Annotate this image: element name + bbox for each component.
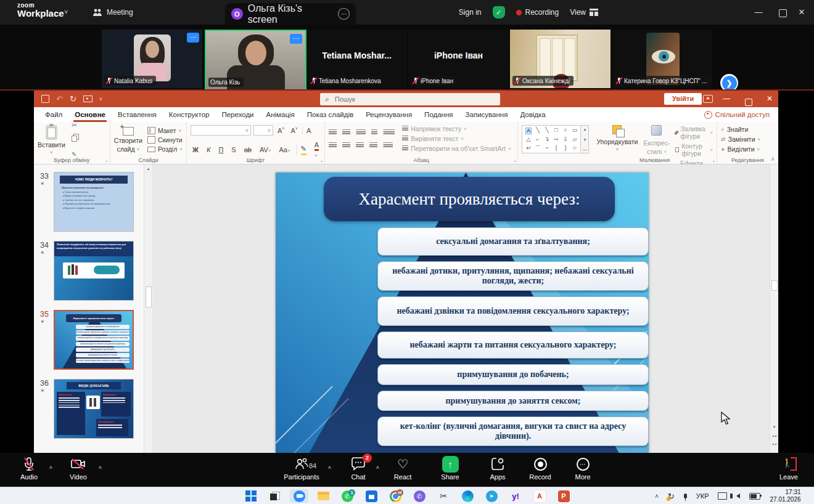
- slide-scrollbar[interactable]: ▾ ▲▲ ▼▼: [770, 165, 778, 453]
- select-button[interactable]: ➤Виділити˅: [721, 145, 775, 153]
- shape-option[interactable]: ⇩: [563, 137, 568, 142]
- ribbon-tab[interactable]: Записування: [459, 107, 514, 122]
- slide-item-bar[interactable]: примушування до заняття сексом;: [377, 391, 649, 411]
- undo-icon[interactable]: ↶: [56, 94, 63, 104]
- tab-options-icon[interactable]: ⋯: [338, 8, 350, 20]
- text-direction-button[interactable]: Напрямок тексту˅: [402, 125, 511, 132]
- thumbnail-preview[interactable]: Харасмент проявляється через: сексуальні…: [54, 310, 134, 370]
- align-right-icon[interactable]: [356, 142, 364, 148]
- shape-option[interactable]: ↩: [526, 145, 531, 151]
- strikethrough-button[interactable]: ab: [242, 146, 253, 153]
- align-left-icon[interactable]: [329, 142, 337, 148]
- language-indicator[interactable]: УКР: [696, 492, 709, 500]
- slide-item-bar[interactable]: небажані дзвінки та повідомлення сексуал…: [377, 296, 649, 326]
- redo-icon[interactable]: ↻: [70, 94, 76, 104]
- thumbnail-preview[interactable]: ВИДИ ДОМАГАНЬ Фізичні дії Вербальні Неве…: [54, 379, 134, 439]
- participant-tile[interactable]: Катерина Говор КЗ"ЦНСП" ...: [612, 30, 712, 88]
- bold-button[interactable]: Ж: [191, 146, 200, 153]
- shape-option[interactable]: ▭: [572, 128, 578, 134]
- audio-options-chevron[interactable]: ˄: [49, 465, 52, 471]
- sync-update-icon[interactable]: ↻: [668, 492, 675, 501]
- section-button[interactable]: Розділ˅: [147, 145, 183, 153]
- react-button[interactable]: ♡ React: [378, 456, 427, 481]
- taskbar-telegram[interactable]: ➤: [482, 489, 501, 503]
- view-button[interactable]: View: [570, 8, 598, 17]
- save-icon[interactable]: [41, 95, 49, 103]
- dialog-launcher-icon[interactable]: ⌟: [712, 157, 715, 163]
- slide-thumbnail-35-selected[interactable]: 35✶ Харасмент проявляється через: сексуа…: [38, 310, 144, 372]
- align-text-button[interactable]: Вирівняти текст˅: [402, 135, 511, 142]
- replace-button[interactable]: ⇄Замінити˅: [721, 136, 775, 143]
- ppt-minimize-button[interactable]: —: [715, 91, 738, 107]
- taskbar-chrome[interactable]: H: [386, 489, 405, 503]
- taskbar-yahoo[interactable]: y!: [506, 489, 525, 503]
- ribbon-tab[interactable]: Рецензування: [360, 107, 418, 122]
- taskbar-snipping-tool[interactable]: ✂: [434, 489, 453, 503]
- columns-icon[interactable]: [383, 142, 393, 148]
- window-close-button[interactable]: ✕: [792, 7, 811, 17]
- window-restore-button[interactable]: [779, 9, 787, 20]
- slide-item-bar[interactable]: небажані жарти та питання сексуального х…: [377, 331, 649, 359]
- shape-option[interactable]: ╲: [536, 128, 539, 134]
- previous-slide-button[interactable]: ▲▲: [770, 434, 778, 437]
- start-button[interactable]: [242, 489, 260, 503]
- ppt-search-box[interactable]: ⌕: [320, 93, 500, 105]
- font-name-select[interactable]: ˅: [191, 125, 251, 136]
- dialog-launcher-icon[interactable]: ⌟: [514, 157, 516, 163]
- shape-option[interactable]: ☆: [572, 145, 577, 151]
- shape-option[interactable]: □: [554, 128, 557, 134]
- shape-option[interactable]: ○: [564, 128, 567, 134]
- ribbon-tab[interactable]: Вставлення: [112, 107, 163, 122]
- collapse-ribbon-icon[interactable]: ˄: [771, 156, 775, 163]
- ppt-sign-in-button[interactable]: Увійти: [664, 93, 702, 105]
- ribbon-tab[interactable]: Переходи: [215, 107, 260, 122]
- cut-button[interactable]: ✂: [72, 121, 77, 129]
- taskbar-file-explorer[interactable]: [314, 489, 332, 503]
- line-spacing-icon[interactable]: [383, 129, 395, 136]
- task-view-button[interactable]: [266, 489, 284, 503]
- highlight-button[interactable]: ✎: [297, 145, 308, 155]
- taskbar-acrobat[interactable]: A: [530, 489, 549, 503]
- tab-screen-share[interactable]: O Ольга Кізь's screen ⋯: [225, 3, 356, 25]
- share-document-button[interactable]: Спільний доступ: [704, 107, 770, 122]
- network-display-icon[interactable]: [718, 492, 727, 500]
- participants-options-chevron[interactable]: ˄: [328, 465, 331, 471]
- chat-button[interactable]: 2 Chat ˄: [334, 456, 383, 481]
- shape-option[interactable]: {: [555, 145, 557, 151]
- video-button[interactable]: Video ˄: [54, 456, 103, 481]
- shape-option[interactable]: ╲: [545, 128, 548, 134]
- shape-option[interactable]: ⌐: [536, 137, 539, 142]
- ribbon-tab[interactable]: Конструктор: [163, 107, 216, 122]
- character-spacing-button[interactable]: AV˅: [258, 146, 273, 153]
- shape-option[interactable]: ⌒: [535, 145, 540, 151]
- ppt-restore-button[interactable]: [738, 91, 760, 107]
- sign-in-link[interactable]: Sign in: [459, 8, 482, 17]
- slide-thumbnail-34[interactable]: 34✶ Помилкові твердження, які можуть вик…: [38, 241, 144, 303]
- audio-button[interactable]: Audio ˄: [4, 456, 54, 481]
- find-button[interactable]: ⌕Знайти: [721, 125, 775, 133]
- layout-button[interactable]: Макет˅: [147, 127, 183, 134]
- reset-button[interactable]: Скинути: [147, 136, 183, 144]
- slide-thumbnail-33[interactable]: 33✶ ЧОМУ ЛЮДИ МОВЧАТЬ? Причини мовчання …: [38, 172, 144, 234]
- record-button[interactable]: Record: [516, 456, 565, 481]
- taskbar-powerpoint[interactable]: P: [554, 489, 573, 503]
- shape-outline-button[interactable]: Контур фігури˅: [675, 142, 712, 157]
- shape-option[interactable]: ▱: [572, 137, 577, 142]
- tray-mic-icon[interactable]: [684, 494, 687, 498]
- leave-button[interactable]: 🚶 Leave: [764, 456, 813, 481]
- ppt-close-button[interactable]: ✕: [758, 91, 781, 107]
- taskbar-edge[interactable]: [458, 489, 477, 503]
- quick-styles-button[interactable]: Експрес- стилі˅: [643, 125, 670, 155]
- speaker-icon[interactable]: [736, 494, 740, 498]
- arrange-button[interactable]: Упорядкувати ˅: [596, 125, 638, 152]
- share-button[interactable]: ↑ Share: [426, 456, 475, 481]
- workspace-chevron-icon[interactable]: ˅: [64, 8, 68, 15]
- taskbar-viber[interactable]: ✆: [410, 489, 429, 503]
- participant-tile[interactable]: ⋯ Natalia Kabus: [102, 30, 202, 88]
- participant-tile[interactable]: iPhone Іван iPhone Іван: [408, 30, 509, 88]
- clear-formatting-button[interactable]: А: [302, 127, 313, 134]
- justify-icon[interactable]: [369, 142, 377, 148]
- italic-button[interactable]: К: [205, 146, 212, 153]
- text-shadow-button[interactable]: S: [229, 146, 237, 153]
- font-size-select[interactable]: ˅: [253, 125, 273, 136]
